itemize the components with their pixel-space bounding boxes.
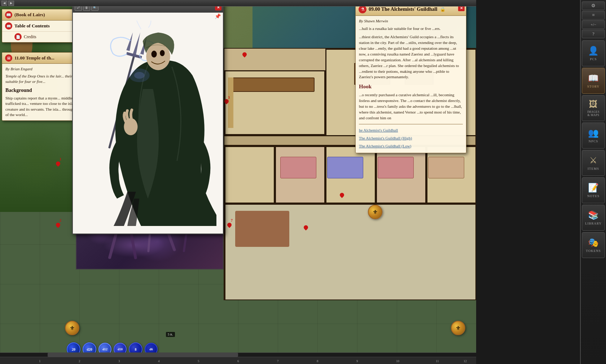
toolbar-scroll-left[interactable]: ◀: [1, 1, 7, 6]
ruler-num-11: 11: [436, 359, 439, 363]
book-title: (Book of Lairs): [14, 12, 45, 18]
story-label: Story: [587, 85, 600, 88]
pin-label-3: 3: [228, 96, 230, 99]
right-sidebar: ⚙ ≡ +/− ? 👤 PCs 📖 Story 🖼 IMAGES& MAPS 👥…: [580, 0, 606, 364]
svg-point-11: [134, 72, 145, 79]
items-label: Items: [588, 167, 599, 170]
sidebar-tool-images[interactable]: 🖼 IMAGES& MAPS: [582, 95, 605, 121]
sidebar-tool-library[interactable]: 📚 Library: [582, 205, 605, 231]
temple-title: 11.00 Temple of th...: [14, 55, 54, 61]
images-icon: 🖼: [589, 99, 598, 109]
guildhall-author: By Shawn Merwin: [359, 18, 463, 24]
creature-svg: [79, 21, 216, 226]
notes-icon: 📝: [588, 183, 599, 193]
temple-icon: 🏛: [5, 54, 12, 62]
toolbar-scroll-right[interactable]: ▶: [8, 1, 14, 6]
guildhall-intro: ...hall is a rusalka lair suitable for f…: [359, 26, 463, 32]
npcs-label: NPCs: [589, 139, 598, 143]
ruler-num-7: 7: [277, 359, 279, 363]
creature-art: [73, 13, 223, 234]
sidebar-tool-tokens[interactable]: 🎭 Tokens: [582, 232, 605, 258]
toc-label: Table of Contents: [14, 23, 50, 29]
gold-coin-bottom-right[interactable]: ⚜: [451, 321, 465, 335]
pin-num-1: 1: [60, 157, 61, 161]
ruler-num-8: 8: [317, 359, 319, 363]
map-link-1[interactable]: he Alchemist's Guildhall: [359, 126, 463, 134]
svg-point-7: [152, 50, 157, 57]
map-link-3[interactable]: The Alchemist's Guildhall (Low): [359, 142, 463, 150]
top-toolbar: ◀ ▶: [0, 0, 476, 6]
ruler-num-4: 4: [158, 359, 160, 363]
book-icon: 📖: [5, 11, 12, 18]
help-button[interactable]: ?: [582, 30, 605, 38]
scale-indicator: 5 ft.: [166, 332, 175, 337]
guildhall-panel: ⚗ 09.00 The Alchemists' Guildhall 🔒 ✕ By…: [355, 3, 466, 153]
pcs-icon: 👤: [588, 46, 599, 56]
ruler-num-5: 5: [198, 359, 199, 363]
lock-icon: 🔒: [440, 7, 445, 12]
npcs-icon: 👥: [588, 128, 599, 138]
gold-coin-bottom-left[interactable]: ⚜: [65, 321, 79, 335]
library-label: Library: [585, 222, 602, 225]
sidebar-top-buttons: ⚙ ≡ +/− ?: [582, 1, 605, 38]
guildhall-icon: ⚗: [359, 5, 366, 13]
guildhall-title: 09.00 The Alchemists' Guildhall: [369, 6, 437, 12]
pcs-label: PCs: [590, 57, 597, 61]
sidebar-tool-notes[interactable]: 📝 Notes: [582, 177, 605, 203]
sidebar-tool-story[interactable]: 📖 Story: [582, 68, 605, 94]
credits-label: Credits: [24, 34, 36, 40]
story-icon: 📖: [588, 73, 599, 83]
library-icon: 📚: [588, 210, 599, 220]
map-links-section: he Alchemist's Guildhall The Alchemist's…: [359, 126, 463, 150]
map-link-2[interactable]: The Alchemist's Guildhall (High): [359, 134, 463, 142]
gold-coin-map[interactable]: ⚜: [368, 205, 382, 219]
tokens-icon: 🎭: [588, 238, 599, 248]
notes-label: Notes: [587, 194, 600, 198]
hook-text: ...o recently purchased a curative alche…: [359, 92, 463, 121]
ruler-num-12: 12: [464, 359, 467, 363]
menu-button[interactable]: ≡: [582, 11, 605, 19]
separator: [359, 124, 463, 124]
guildhall-body-text: ...thiest district, the Alchemists' Guil…: [359, 34, 463, 80]
hook-title: Hook: [359, 83, 463, 91]
items-icon: ⚔: [589, 155, 597, 165]
settings-button[interactable]: ⚙: [582, 1, 605, 10]
bottom-ruler: 1 2 3 4 5 6 7 8 9 10 11 12: [0, 357, 476, 364]
ruler-num-1: 1: [39, 359, 41, 363]
images-label: IMAGES& MAPS: [587, 111, 600, 117]
sidebar-tool-npcs[interactable]: 👥 NPCs: [582, 123, 605, 148]
scrollbar-h[interactable]: [0, 352, 476, 357]
svg-point-8: [160, 50, 164, 56]
guildhall-body: By Shawn Merwin ...hall is a rusalka lai…: [356, 16, 466, 153]
ruler-num-9: 9: [356, 359, 358, 363]
sidebar-tool-items[interactable]: ⚔ Items: [582, 150, 605, 176]
sidebar-tool-pcs[interactable]: 👤 PCs: [582, 40, 605, 66]
pin-num-2: 2: [60, 218, 61, 222]
tokens-label: Tokens: [586, 249, 601, 253]
ruler-num-6: 6: [237, 359, 239, 363]
ruler-num-10: 10: [396, 359, 399, 363]
ruler-num-3: 3: [118, 359, 120, 363]
ruler-num-2: 2: [79, 359, 80, 363]
map-pin-top[interactable]: [242, 52, 248, 58]
scrollbar-thumb-h[interactable]: [48, 353, 238, 357]
plus-minus-button[interactable]: +/−: [582, 20, 605, 29]
illus-pin: 📌: [215, 13, 221, 19]
illustration-panel: 🖊 🗑 🔍 ✕: [72, 2, 224, 234]
pin-num-7: 7: [231, 218, 233, 222]
